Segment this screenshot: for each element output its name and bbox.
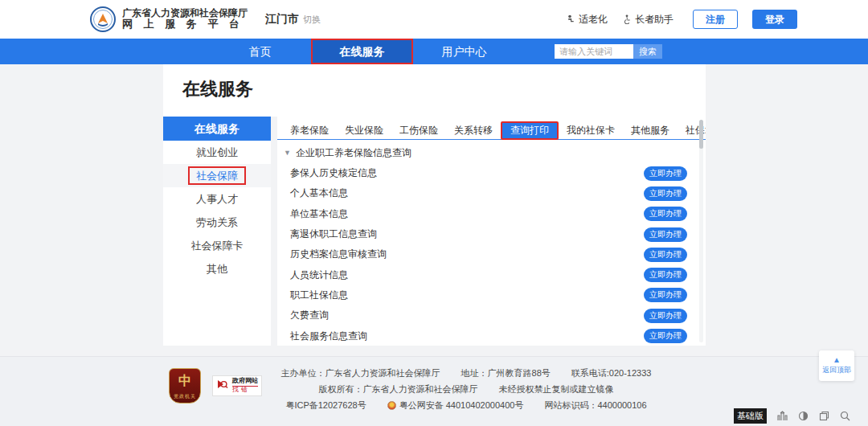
handle-now-button[interactable]: 立即办理 — [644, 166, 687, 181]
service-list: 参保人历史核定信息 立即办理 个人基本信息 立即办理 单位基本信息 立即办理 离… — [277, 163, 706, 346]
public-security-badge-icon — [387, 401, 396, 410]
contrast-icon[interactable] — [798, 411, 809, 421]
panel-title-area: 在线服务 — [163, 64, 706, 117]
magnifier-icon[interactable] — [840, 411, 850, 421]
sidebar-item-社会保障[interactable]: 社会保障 — [163, 164, 271, 187]
accessibility-link[interactable]: 适老化 — [566, 13, 608, 27]
back-to-top-button[interactable]: ▲ 返回顶部 — [819, 350, 854, 381]
footer-telephone: 联系电话:020-12333 — [571, 367, 652, 379]
tab-其他服务[interactable]: 其他服务 — [623, 121, 678, 140]
footer-text: 主办单位：广东省人力资源和社会保障厅 地址：广州教育路88号 联系电话:020-… — [241, 365, 691, 413]
up-triangle-icon: ▲ — [833, 356, 841, 364]
wheelchair-icon — [622, 14, 632, 24]
nav-item-首页[interactable]: 首页 — [209, 39, 311, 64]
footer-site-id: 网站标识码：4400000106 — [544, 399, 646, 412]
footer-icp: 粤ICP备12027628号 — [285, 399, 366, 412]
handle-now-button[interactable]: 立即办理 — [644, 288, 687, 302]
sidebar-item-其他[interactable]: 其他 — [163, 257, 271, 281]
service-row: 人员统计信息 立即办理 — [290, 264, 687, 285]
sidebar-item-label: 人事人才 — [196, 193, 238, 205]
sidebar-item-label: 其他 — [207, 263, 227, 275]
service-name: 单位基本信息 — [290, 207, 348, 221]
group-title: 企业职工养老保险信息查询 — [296, 142, 411, 163]
error-search-icon — [216, 378, 229, 394]
service-row: 欠费查询 立即办理 — [290, 305, 687, 326]
sidebar-header: 在线服务 — [163, 117, 271, 141]
nav-item-label: 用户中心 — [442, 45, 487, 58]
handle-now-button[interactable]: 立即办理 — [644, 248, 687, 262]
content-area: 养老保险失业保险工伤保险关系转移查询打印我的社保卡其他服务社保地图 ▼ 企业职工… — [277, 117, 706, 346]
back-to-top-label: 返回顶部 — [822, 365, 851, 375]
login-button[interactable]: 登录 — [752, 10, 797, 29]
gov-agency-badge[interactable]: 中 党政机关 — [169, 368, 201, 403]
service-name: 参保人历史核定信息 — [290, 166, 377, 180]
nav-item-在线服务[interactable]: 在线服务 — [311, 39, 413, 64]
group-header[interactable]: ▼ 企业职工养老保险信息查询 — [277, 142, 706, 163]
scrollbar-track[interactable] — [699, 120, 703, 342]
tab-查询打印[interactable]: 查询打印 — [501, 121, 559, 140]
service-row: 离退休职工信息查询 立即办理 — [290, 224, 687, 244]
accessibility-label: 适老化 — [579, 13, 608, 27]
elder-helper-label: 长者助手 — [635, 13, 674, 27]
platform-name: 网 上 服 务 平 台 — [122, 18, 248, 31]
sidebar-item-就业创业[interactable]: 就业创业 — [163, 141, 271, 164]
tab-label: 查询打印 — [510, 125, 549, 136]
nav-search: 搜索 — [555, 44, 662, 59]
tab-label: 养老保险 — [290, 125, 329, 136]
service-name: 人员统计信息 — [290, 268, 348, 282]
elder-helper-link[interactable]: 长者助手 — [622, 13, 674, 27]
footer-security: 粤公网安备 44010402000400号 — [399, 399, 524, 412]
service-name: 欠费查询 — [290, 309, 329, 322]
sidebar-item-人事人才[interactable]: 人事人才 — [163, 187, 271, 211]
current-city: 江门市 — [265, 12, 299, 27]
sidebar-item-社会保障卡[interactable]: 社会保障卡 — [163, 234, 271, 257]
main-navbar: 首页在线服务用户中心 搜索 — [0, 39, 868, 64]
handle-now-button[interactable]: 立即办理 — [644, 329, 687, 343]
collapse-triangle-icon: ▼ — [284, 142, 291, 163]
nav-item-label: 在线服务 — [340, 45, 385, 58]
tab-失业保险[interactable]: 失业保险 — [337, 121, 391, 140]
viewer-toolbar: 基础版 — [734, 408, 850, 424]
handle-now-button[interactable]: 立即办理 — [644, 207, 687, 221]
footer-notice: 未经授权禁止复制或建立镜像 — [499, 383, 614, 395]
tab-我的社保卡[interactable]: 我的社保卡 — [559, 121, 623, 140]
service-name: 社会服务信息查询 — [290, 330, 367, 343]
org-name: 广东省人力资源和社会保障厅 — [122, 8, 248, 19]
service-row: 职工社保信息 立即办理 — [290, 285, 687, 305]
tab-工伤保险[interactable]: 工伤保险 — [391, 121, 446, 140]
scrollbar-thumb[interactable] — [699, 120, 703, 149]
elder-mode-icon — [566, 14, 575, 24]
city-switch-link[interactable]: 切换 — [303, 14, 321, 26]
handle-now-button[interactable]: 立即办理 — [644, 227, 687, 242]
service-row: 单位基本信息 立即办理 — [290, 204, 687, 224]
tab-关系转移[interactable]: 关系转移 — [446, 121, 501, 140]
handle-now-button[interactable]: 立即办理 — [644, 186, 687, 201]
tab-养老保险[interactable]: 养老保险 — [282, 121, 337, 140]
sidebar-item-label: 社会保障卡 — [191, 240, 244, 252]
nav-item-用户中心[interactable]: 用户中心 — [413, 39, 515, 64]
gov-badge-label: 党政机关 — [174, 393, 196, 400]
search-input[interactable] — [555, 44, 633, 59]
handle-now-button[interactable]: 立即办理 — [644, 268, 687, 282]
window-restore-icon[interactable] — [819, 411, 829, 421]
handle-now-button[interactable]: 立即办理 — [644, 309, 687, 323]
tab-label: 我的社保卡 — [567, 125, 615, 136]
site-logo-icon — [90, 6, 116, 32]
service-name: 个人基本信息 — [290, 186, 348, 200]
building-icon[interactable] — [777, 411, 788, 421]
search-button[interactable]: 搜索 — [633, 44, 662, 59]
service-row: 历史档案信息审核查询 立即办理 — [290, 244, 687, 264]
main-panel: 在线服务 在线服务 就业创业社会保障人事人才劳动关系社会保障卡其他 养老保险失业… — [163, 64, 706, 346]
tab-label: 关系转移 — [454, 125, 493, 136]
sidebar-item-劳动关系[interactable]: 劳动关系 — [163, 211, 271, 234]
tabbar: 养老保险失业保险工伤保险关系转移查询打印我的社保卡其他服务社保地图 — [277, 121, 706, 140]
tab-label: 其他服务 — [631, 125, 669, 136]
footer-host: 主办单位：广东省人力资源和社会保障厅 — [281, 367, 440, 379]
nav-items: 首页在线服务用户中心 — [209, 39, 515, 64]
register-button[interactable]: 注册 — [693, 10, 738, 29]
tab-label: 工伤保险 — [399, 125, 438, 136]
city-block: 江门市 切换 — [265, 12, 321, 27]
footer-copyright: 版权所有：广东省人力资源和社会保障厅 — [319, 383, 478, 395]
version-badge[interactable]: 基础版 — [734, 408, 767, 424]
sidebar-item-label: 就业创业 — [196, 146, 238, 158]
